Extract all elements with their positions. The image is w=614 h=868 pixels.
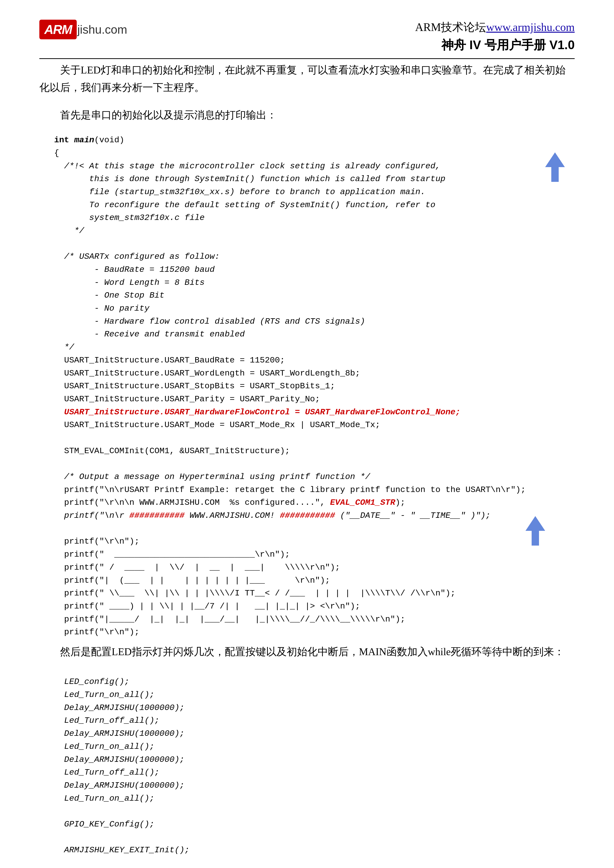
svg-marker-1 [525, 516, 545, 546]
svg-marker-0 [545, 152, 565, 182]
logo-container: ARM jishu.com [39, 20, 127, 39]
logo-right: jishu.com [77, 23, 127, 36]
para-led: 然后是配置LED指示灯并闪烁几次，配置按键以及初始化中断后，MAIN函数加入wh… [39, 643, 575, 660]
logo-box: ARM [39, 20, 77, 39]
logo-jishu: jishu [77, 23, 101, 36]
header: ARM jishu.com ARM技术论坛www.armjishu.com 神舟… [39, 20, 575, 59]
intro-para1: 关于LED灯和串口的初始化和控制，在此就不再重复，可以查看流水灯实验和串口实验章… [39, 62, 575, 96]
logo-dot-com: .com [101, 23, 127, 36]
kw-int: int [54, 135, 69, 145]
code-main-block: int main(void) { /*!< At this stage the … [54, 134, 575, 639]
logo-arm: ARM [44, 22, 72, 37]
page: ARM jishu.com ARM技术论坛www.armjishu.com 神舟… [0, 0, 614, 868]
code-led-block: LED_config(); Led_Turn_on_all(); Delay_A… [54, 675, 575, 868]
intro-para2: 首先是串口的初始化以及提示消息的打印输出： [39, 106, 575, 124]
fn-main: main [74, 135, 95, 145]
watermark-arrow-2 [525, 516, 545, 546]
header-site-url[interactable]: www.armjishu.com [486, 21, 575, 33]
header-site-line: ARM技术论坛www.armjishu.com [415, 20, 575, 35]
header-site-label: ARM技术论坛 [415, 21, 486, 33]
watermark-arrow-1 [545, 152, 565, 182]
header-right: ARM技术论坛www.armjishu.com 神舟 IV 号用户手册 V1.0 [415, 20, 575, 53]
header-book-title: 神舟 IV 号用户手册 V1.0 [415, 37, 575, 53]
